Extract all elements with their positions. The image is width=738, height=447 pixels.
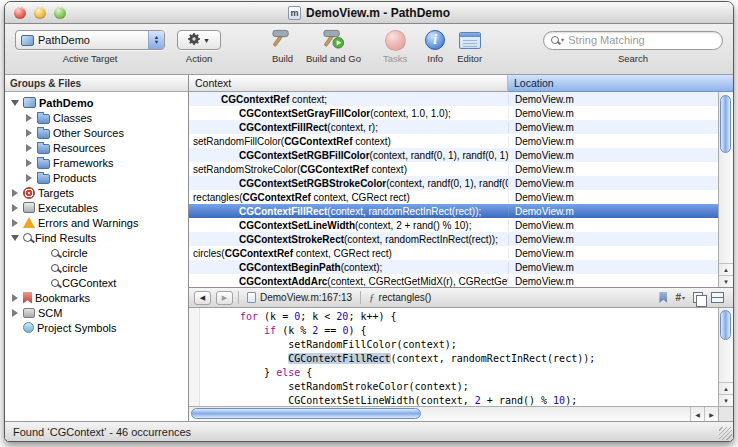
groups-and-files-header[interactable]: Groups & Files	[5, 75, 188, 92]
editor-scroll-up-button[interactable]: ▲	[719, 382, 733, 394]
title-bar[interactable]: m DemoView.m - PathDemo	[5, 2, 733, 24]
results-scroll-track[interactable]	[719, 92, 733, 263]
editor-scrollbar[interactable]: ▲ ▼	[718, 308, 733, 406]
disclosure-open-icon[interactable]	[10, 235, 20, 241]
search-field[interactable]: ▾	[543, 31, 723, 50]
disclosure-closed-icon[interactable]	[10, 204, 20, 212]
disclosure-closed-icon[interactable]	[24, 114, 34, 122]
disclosure-closed-icon[interactable]	[10, 219, 20, 227]
sidebar-item-resources[interactable]: Resources	[5, 140, 188, 155]
resize-grip[interactable]	[719, 427, 732, 440]
disclosure-open-icon[interactable]	[10, 100, 20, 106]
result-row[interactable]: setRandomFillColor(CGContextRef context)…	[189, 134, 718, 148]
match-context-text: context, CGRect rect)	[293, 248, 392, 259]
result-row[interactable]: CGContextFillRect(context, r);DemoView.m	[189, 120, 718, 134]
editor-toggle-icon[interactable]	[459, 32, 481, 49]
disclosure-closed-icon[interactable]	[24, 174, 34, 182]
result-row[interactable]: CGContextSetRGBStrokeColor(context, rand…	[189, 176, 718, 190]
disclosure-closed-icon[interactable]	[24, 129, 34, 137]
active-target-popup[interactable]: PathDemo ▲▼	[15, 30, 165, 50]
navbar-tools: #▾	[659, 292, 728, 303]
result-context-cell: CGContextFillRect(context, randomRectInR…	[189, 206, 508, 217]
editor-hscroll-track[interactable]	[189, 407, 690, 421]
sidebar-item-frameworks[interactable]: Frameworks	[5, 155, 188, 170]
action-button[interactable]: ▼	[177, 30, 221, 50]
breakpoints-menu-button[interactable]: #▾	[675, 292, 685, 303]
search-input[interactable]	[568, 34, 715, 46]
disclosure-closed-icon[interactable]	[24, 144, 34, 152]
function-popup[interactable]: ƒ rectangles()	[366, 292, 434, 303]
disclosure-closed-icon[interactable]	[10, 294, 20, 302]
sidebar-item-cgcontext[interactable]: CGContext	[5, 275, 188, 290]
sidebar-item-classes[interactable]: Classes	[5, 110, 188, 125]
code-line: setRandomFillColor(context);	[240, 338, 718, 352]
sidebar-item-targets[interactable]: Targets	[5, 185, 188, 200]
sidebar-item-find-results[interactable]: Find Results	[5, 230, 188, 245]
back-button[interactable]: ◀	[194, 291, 211, 305]
editor-scroll-track[interactable]	[719, 308, 733, 382]
sidebar-item-bookmarks[interactable]: Bookmarks	[5, 290, 188, 305]
result-row[interactable]: setRandomStrokeColor(CGContextRef contex…	[189, 162, 718, 176]
sidebar-item-products[interactable]: Products	[5, 170, 188, 185]
xcode-window: m DemoView.m - PathDemo PathDemo ▲▼ Acti…	[4, 1, 734, 442]
disclosure-closed-icon[interactable]	[10, 189, 20, 197]
scroll-left-button[interactable]: ◀	[690, 407, 704, 421]
code-token: 10	[553, 395, 565, 406]
build-and-go-button[interactable]	[322, 28, 345, 53]
results-scroll-thumb[interactable]	[720, 95, 731, 153]
scroll-right-button[interactable]: ▶	[704, 407, 718, 421]
results-scrollbar[interactable]: ▲ ▼	[718, 92, 733, 287]
editor-code[interactable]: for (k = 0; k < 20; k++) { if (k % 2 == …	[200, 308, 718, 406]
sidebar-item-pathdemo[interactable]: PathDemo	[5, 95, 188, 110]
match-context-text: (context, randomRectInRect(rect));	[327, 206, 481, 217]
sidebar-item-errors-and-warnings[interactable]: Errors and Warnings	[5, 215, 188, 230]
result-row[interactable]: CGContextSetGrayFillColor(context, 1.0, …	[189, 106, 718, 120]
result-row[interactable]: CGContextBeginPath(context);DemoView.m	[189, 260, 718, 274]
split-editor-icon[interactable]	[711, 292, 724, 303]
editor-horizontal-scrollbar[interactable]: ◀ ▶	[189, 406, 733, 421]
info-icon[interactable]: i	[425, 30, 445, 50]
breakpoint-gutter[interactable]	[189, 308, 200, 406]
result-row[interactable]: CGContextSetLineWidth(context, 2 + rand(…	[189, 218, 718, 232]
sidebar-item-circle[interactable]: circle	[5, 245, 188, 260]
forward-button[interactable]: ▶	[216, 291, 233, 305]
bookmarks-menu-icon[interactable]	[659, 292, 667, 303]
sidebar-item-project-symbols[interactable]: Project Symbols	[5, 320, 188, 335]
result-row[interactable]: CGContextAddArc(context, CGRectGetMidX(r…	[189, 274, 718, 287]
editor-hscroll-thumb[interactable]	[191, 408, 421, 419]
sidebar-item-label: Other Sources	[53, 127, 124, 139]
sidebar-item-label: circle	[62, 262, 88, 274]
result-context-cell: CGContextSetLineWidth(context, 2 + rand(…	[189, 220, 508, 231]
match-term: CGContextFillRect	[239, 206, 327, 217]
context-column-header[interactable]: Context	[189, 75, 508, 92]
document-proxy-icon[interactable]: m	[288, 6, 301, 20]
result-row[interactable]: CGContextStrokeRect(context, randomRectI…	[189, 232, 718, 246]
result-context-cell: CGContextSetGrayFillColor(context, 1.0, …	[189, 108, 508, 119]
scroll-up-button[interactable]: ▲	[719, 263, 733, 275]
result-row[interactable]: CGContextRef context;DemoView.m	[189, 92, 718, 106]
sidebar-item-other-sources[interactable]: Other Sources	[5, 125, 188, 140]
location-column-header[interactable]: Location	[508, 75, 733, 92]
zoom-button[interactable]	[54, 7, 66, 19]
sidebar-item-executables[interactable]: Executables	[5, 200, 188, 215]
result-row[interactable]: CGContextSetRGBFillColor(context, randf(…	[189, 148, 718, 162]
result-row[interactable]: rectangles(CGContextRef context, CGRect …	[189, 190, 718, 204]
sidebar-item-scm[interactable]: SCM	[5, 305, 188, 320]
file-history-popup[interactable]: DemoView.m:167:13	[244, 292, 355, 303]
editor-scroll-thumb[interactable]	[720, 310, 731, 340]
disclosure-closed-icon[interactable]	[10, 309, 20, 317]
result-context-cell: rectangles(CGContextRef context, CGRect …	[189, 192, 508, 203]
scroll-down-button[interactable]: ▼	[719, 275, 733, 287]
build-button[interactable]	[271, 28, 294, 53]
code-token: ==	[318, 325, 342, 336]
editor-scroll-down-button[interactable]: ▼	[719, 394, 733, 406]
results-rows[interactable]: CGContextRef context;DemoView.mCGContext…	[189, 92, 718, 287]
sidebar-item-circle[interactable]: circle	[5, 260, 188, 275]
close-button[interactable]	[14, 7, 26, 19]
counterpart-icon[interactable]	[693, 292, 703, 303]
result-row[interactable]: CGContextFillRect(context, randomRectInR…	[189, 204, 718, 218]
minimize-button[interactable]	[34, 7, 46, 19]
disclosure-closed-icon[interactable]	[24, 159, 34, 167]
result-row[interactable]: circles(CGContextRef context, CGRect rec…	[189, 246, 718, 260]
sidebar-tree[interactable]: PathDemoClassesOther SourcesResourcesFra…	[5, 92, 188, 421]
